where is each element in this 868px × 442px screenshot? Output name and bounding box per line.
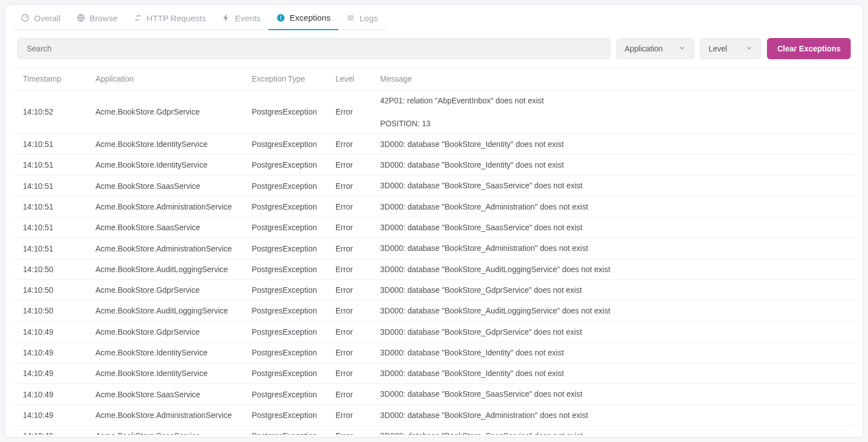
application-dropdown[interactable]: Application bbox=[616, 38, 695, 59]
tab-logs[interactable]: Logs bbox=[338, 13, 386, 30]
cell-msg: 3D000: database "BookStore_Identity" doe… bbox=[370, 363, 855, 384]
cell-app: Acme.BookStore.AdministrationService bbox=[85, 405, 242, 425]
application-dropdown-label: Application bbox=[625, 44, 663, 53]
tab-events[interactable]: Events bbox=[214, 13, 268, 30]
cell-app: Acme.BookStore.SaasService bbox=[85, 384, 242, 405]
cell-type: PostgresException bbox=[242, 384, 325, 405]
cell-msg: 3D000: database "BookStore_SaasService" … bbox=[370, 426, 855, 435]
globe-icon bbox=[76, 13, 85, 22]
col-header-level[interactable]: Level bbox=[325, 68, 370, 91]
cell-type: PostgresException bbox=[242, 363, 325, 384]
search-input[interactable] bbox=[17, 38, 611, 59]
svg-rect-4 bbox=[280, 19, 281, 20]
level-dropdown-label: Level bbox=[708, 44, 727, 53]
cell-ts: 14:10:51 bbox=[13, 217, 85, 238]
clear-exceptions-button[interactable]: Clear Exceptions bbox=[767, 38, 851, 59]
cell-level: Error bbox=[325, 238, 370, 259]
table-row[interactable]: 14:10:51Acme.BookStore.IdentityServicePo… bbox=[13, 134, 855, 154]
cell-type: PostgresException bbox=[242, 91, 325, 134]
cell-msg: 3D000: database "BookStore_AuditLoggingS… bbox=[370, 259, 855, 279]
toolbar: Application Level Clear Exceptions bbox=[13, 38, 855, 59]
bolt-icon bbox=[222, 13, 231, 22]
table-row[interactable]: 14:10:50Acme.BookStore.GdprServicePostgr… bbox=[13, 279, 855, 300]
cell-ts: 14:10:49 bbox=[13, 363, 85, 384]
tab-overall[interactable]: Overall bbox=[13, 13, 69, 30]
table-row[interactable]: 14:10:51Acme.BookStore.AdministrationSer… bbox=[13, 196, 855, 217]
cell-msg: 3D000: database "BookStore_AuditLoggingS… bbox=[370, 301, 855, 321]
tab-browse[interactable]: Browse bbox=[69, 13, 126, 30]
col-header-type[interactable]: Exception Type bbox=[242, 68, 325, 91]
cell-type: PostgresException bbox=[242, 279, 325, 300]
exceptions-table-wrapper[interactable]: Timestamp Application Exception Type Lev… bbox=[13, 67, 855, 435]
col-header-timestamp[interactable]: Timestamp bbox=[13, 68, 85, 91]
cell-ts: 14:10:52 bbox=[13, 91, 85, 134]
cell-ts: 14:10:49 bbox=[13, 321, 85, 342]
cell-type: PostgresException bbox=[242, 301, 325, 321]
cell-app: Acme.BookStore.IdentityService bbox=[85, 155, 242, 175]
col-header-application[interactable]: Application bbox=[85, 68, 242, 91]
cell-app: Acme.BookStore.AdministrationService bbox=[85, 238, 242, 259]
cell-msg: 3D000: database "BookStore_GdprService" … bbox=[370, 321, 855, 342]
table-row[interactable]: 14:10:50Acme.BookStore.AuditLoggingServi… bbox=[13, 259, 855, 279]
table-row[interactable]: 14:10:52Acme.BookStore.GdprServicePostgr… bbox=[13, 91, 855, 134]
level-dropdown[interactable]: Level bbox=[700, 38, 761, 59]
alert-icon bbox=[276, 13, 285, 22]
cell-level: Error bbox=[325, 301, 370, 321]
table-row[interactable]: 14:10:51Acme.BookStore.SaasServicePostgr… bbox=[13, 175, 855, 196]
table-row[interactable]: 14:10:50Acme.BookStore.AuditLoggingServi… bbox=[13, 301, 855, 321]
cell-level: Error bbox=[325, 175, 370, 196]
cell-level: Error bbox=[325, 363, 370, 384]
cell-type: PostgresException bbox=[242, 321, 325, 342]
cell-app: Acme.BookStore.SaasService bbox=[85, 175, 242, 196]
cell-ts: 14:10:49 bbox=[13, 384, 85, 405]
table-row[interactable]: 14:10:49Acme.BookStore.AdministrationSer… bbox=[13, 405, 855, 425]
cell-msg: 3D000: database "BookStore_Administratio… bbox=[370, 405, 855, 425]
cell-msg: 3D000: database "BookStore_SaasService" … bbox=[370, 175, 855, 196]
cell-app: Acme.BookStore.IdentityService bbox=[85, 134, 242, 154]
cell-type: PostgresException bbox=[242, 238, 325, 259]
cell-app: Acme.BookStore.GdprService bbox=[85, 321, 242, 342]
cell-app: Acme.BookStore.AuditLoggingService bbox=[85, 301, 242, 321]
tab-http[interactable]: HTTP Requests bbox=[126, 13, 214, 30]
cell-type: PostgresException bbox=[242, 259, 325, 279]
tab-label: HTTP Requests bbox=[147, 13, 206, 23]
tab-label: Overall bbox=[34, 13, 61, 23]
cell-ts: 14:10:49 bbox=[13, 342, 85, 363]
cell-msg: 3D000: database "BookStore_SaasService" … bbox=[370, 217, 855, 238]
table-row[interactable]: 14:10:49Acme.BookStore.IdentityServicePo… bbox=[13, 363, 855, 384]
table-row[interactable]: 14:10:49Acme.BookStore.IdentityServicePo… bbox=[13, 342, 855, 363]
table-row[interactable]: 14:10:49Acme.BookStore.GdprServicePostgr… bbox=[13, 321, 855, 342]
table-row[interactable]: 14:10:51Acme.BookStore.IdentityServicePo… bbox=[13, 155, 855, 175]
tab-label: Exceptions bbox=[290, 13, 330, 22]
cell-msg: 3D000: database "BookStore_Identity" doe… bbox=[370, 342, 855, 363]
table-row[interactable]: 14:10:51Acme.BookStore.AdministrationSer… bbox=[13, 238, 855, 259]
cell-ts: 14:10:50 bbox=[13, 259, 85, 279]
cell-msg: 3D000: database "BookStore_Identity" doe… bbox=[370, 155, 855, 175]
cell-level: Error bbox=[325, 217, 370, 238]
cell-ts: 14:10:51 bbox=[13, 175, 85, 196]
svg-rect-3 bbox=[280, 16, 281, 18]
cell-type: PostgresException bbox=[242, 217, 325, 238]
cell-type: PostgresException bbox=[242, 342, 325, 363]
tab-bar: OverallBrowseHTTP RequestsEventsExceptio… bbox=[13, 13, 855, 30]
cell-type: PostgresException bbox=[242, 426, 325, 435]
exceptions-panel: OverallBrowseHTTP RequestsEventsExceptio… bbox=[4, 4, 864, 438]
table-row[interactable]: 14:10:49Acme.BookStore.SaasServicePostgr… bbox=[13, 426, 855, 435]
tab-label: Events bbox=[235, 13, 261, 23]
cell-level: Error bbox=[325, 196, 370, 217]
chevron-down-icon bbox=[745, 44, 753, 54]
cell-ts: 14:10:50 bbox=[13, 301, 85, 321]
cell-type: PostgresException bbox=[242, 196, 325, 217]
table-row[interactable]: 14:10:49Acme.BookStore.SaasServicePostgr… bbox=[13, 384, 855, 405]
cell-app: Acme.BookStore.AdministrationService bbox=[85, 196, 242, 217]
table-row[interactable]: 14:10:51Acme.BookStore.SaasServicePostgr… bbox=[13, 217, 855, 238]
cell-ts: 14:10:49 bbox=[13, 426, 85, 435]
cell-type: PostgresException bbox=[242, 155, 325, 175]
cell-msg: 3D000: database "BookStore_Administratio… bbox=[370, 196, 855, 217]
col-header-message[interactable]: Message bbox=[370, 68, 855, 91]
cell-msg: 3D000: database "BookStore_GdprService" … bbox=[370, 279, 855, 300]
cell-ts: 14:10:51 bbox=[13, 238, 85, 259]
cell-level: Error bbox=[325, 384, 370, 405]
cell-app: Acme.BookStore.GdprService bbox=[85, 91, 242, 134]
tab-exceptions[interactable]: Exceptions bbox=[268, 13, 338, 30]
